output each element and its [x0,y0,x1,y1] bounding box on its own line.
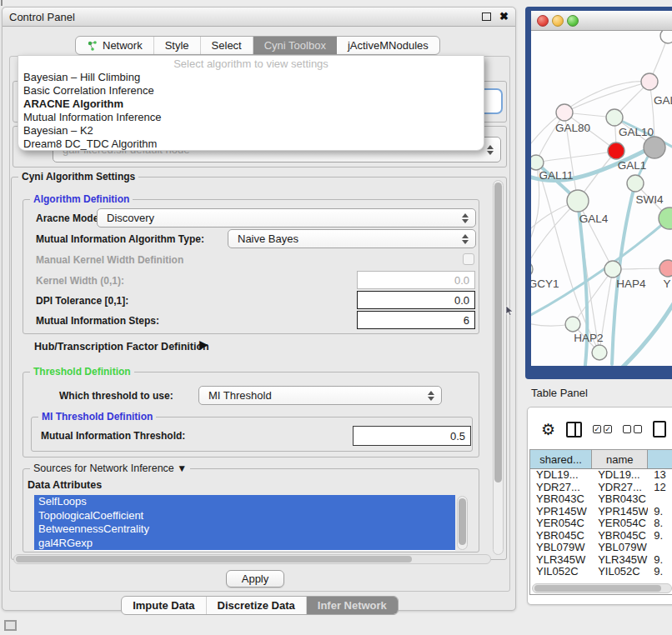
algorithm-option[interactable]: Dream8 DC_TDC Algorithm [18,138,484,151]
hub-definition-label[interactable]: Hub/Transcription Factor Definition [34,341,209,352]
table-horizontal-scrollbar[interactable] [532,583,672,593]
combo-stepper-icon [487,145,494,155]
dpi-tolerance-field[interactable]: 0.0 [357,291,475,309]
float-window-icon[interactable] [482,12,491,21]
table-row[interactable]: YBL079WYBL079W [530,542,672,554]
kernel-width-value: 0.0 [454,274,469,287]
table-cell [648,542,672,554]
column-header[interactable]: name [592,450,648,468]
checked-checkbox-icon[interactable]: ✓ [604,425,612,433]
mi-type-value: Naive Bayes [238,232,298,245]
manual-kernel-checkbox[interactable] [463,253,474,265]
tab-label: Network [103,39,143,52]
node-gcy1[interactable] [531,262,533,277]
table-row[interactable]: YBR043CYBR043C [530,493,672,506]
mi-type-combo[interactable]: Naive Bayes [228,229,476,248]
algorithm-option[interactable]: Bayesian – Hill Climbing [18,71,484,84]
which-threshold-combo[interactable]: MI Threshold [198,386,442,405]
data-attribute-item[interactable]: TopologicalCoefficient [34,509,455,523]
table-row[interactable]: YDR27...YDR27...12 [530,482,672,494]
table-cell: 9. [648,566,672,578]
node-swi4[interactable] [627,175,644,192]
node-gal10[interactable] [606,109,623,126]
table-row[interactable]: YBR045CYBR045C9. [530,530,672,542]
algorithm-dropdown: Select algorithm to view settings Bayesi… [18,55,484,151]
tab-select[interactable]: Select [201,37,253,54]
minimize-traffic-light[interactable] [552,15,564,27]
collapse-down-icon[interactable]: ▼ [177,462,187,474]
mi-steps-label: Mutual Information Steps: [36,315,159,327]
table-cell: YLR345W [592,554,648,567]
algorithm-option[interactable]: Bayesian – K2 [18,124,484,138]
settings-vertical-scrollbar[interactable] [493,180,504,555]
mi-threshold-field[interactable]: 0.5 [353,426,471,446]
tab-jactivemnodules[interactable]: jActiveMNodules [337,37,439,54]
table-row[interactable]: YLR345WYLR345W9. [530,554,672,567]
network-canvas[interactable]: GALGAL80GAL10GAL1GAL11GAL4SWI4GCY1HAP4YH… [531,31,672,366]
aracne-mode-combo[interactable]: Discovery [97,208,476,228]
node-gal11[interactable] [531,155,544,170]
threshold-definition-title: Threshold Definition [30,366,134,378]
node-gray[interactable] [644,137,665,158]
data-attributes-list[interactable]: SelfLoopsTopologicalCoefficientBetweenne… [34,495,455,551]
table-cell: 13 [648,469,672,482]
minimized-panel-icon[interactable] [4,620,17,631]
node-gal4[interactable] [567,190,589,212]
columns-icon[interactable] [566,422,582,438]
apply-button[interactable]: Apply [226,570,284,588]
node-gal80[interactable] [556,104,573,121]
close-traffic-light[interactable] [537,15,549,27]
mi-steps-field[interactable]: 6 [357,311,475,329]
control-panel-titlebar: Control Panel ✖ [3,8,515,27]
table-cell: YDR27... [530,482,592,494]
close-icon[interactable]: ✖ [499,11,509,22]
tab-label: jActiveMNodules [348,39,429,52]
tab-style[interactable]: Style [154,37,201,54]
table-row[interactable]: YDL19...YDL19...13 [530,469,672,482]
unchecked-checkbox-icon[interactable] [623,425,631,433]
bottom-tab-discretize-data[interactable]: Discretize Data [207,597,307,614]
node-top[interactable] [660,31,672,43]
algorithm-definition-title: Algorithm Definition [30,193,133,205]
table-cell: 12 [648,482,672,494]
node-label: GAL4 [579,212,609,225]
node-salmon[interactable] [659,260,672,277]
tab-network[interactable]: Network [76,37,154,54]
node-gal-partial[interactable] [641,73,658,90]
column-header[interactable]: shared... [530,450,592,468]
table-cell: YER054C [592,518,648,530]
node-bottom[interactable] [592,345,607,360]
apply-button-label: Apply [242,572,269,585]
document-icon[interactable] [653,421,666,438]
node-hap4[interactable] [604,261,621,278]
zoom-traffic-light[interactable] [567,15,579,27]
table-row[interactable]: YPR145WYPR145W9. [530,506,672,518]
node-hap2[interactable] [565,317,580,332]
bottom-tabstrip: Impute DataDiscretize DataInfer Network [121,596,399,615]
unchecked-checkbox-icon[interactable] [634,425,642,433]
network-icon [87,40,98,52]
table-row[interactable]: YER054CYER054C8. [530,518,672,530]
data-attribute-item[interactable]: gal4RGexp [34,537,455,551]
expand-right-icon[interactable]: ▶ [199,338,208,351]
column-header[interactable] [648,450,672,468]
kernel-width-label: Kernel Width (0,1): [36,275,124,287]
settings-horizontal-scrollbar[interactable] [13,554,491,564]
algorithm-option[interactable]: Mutual Information Inference [18,111,484,124]
table-row[interactable]: YIL052CYIL052C9. [530,566,672,578]
node-gal1[interactable] [608,142,624,159]
bottom-tab-impute-data[interactable]: Impute Data [122,597,206,614]
gear-icon[interactable]: ⚙ [541,422,555,438]
algorithm-option[interactable]: ARACNE Algorithm [18,98,484,111]
aracne-mode-label: Aracne Mode: [36,212,102,224]
tab-cyni-toolbox[interactable]: Cyni Toolbox [253,37,337,54]
algorithm-option[interactable]: Basic Correlation Inference [18,84,484,98]
data-attribute-item[interactable]: BetweennessCentrality [34,522,455,537]
bottom-tab-infer-network[interactable]: Infer Network [307,597,398,614]
data-attribute-item[interactable]: SelfLoops [34,495,455,509]
kernel-width-field[interactable]: 0.0 [357,271,475,289]
attributes-scrollbar[interactable] [457,496,468,550]
cyni-settings-title: Cyni Algorithm Settings [18,171,138,182]
data-attributes-label: Data Attributes [28,479,102,491]
checked-checkbox-icon[interactable]: ✓ [593,425,601,433]
